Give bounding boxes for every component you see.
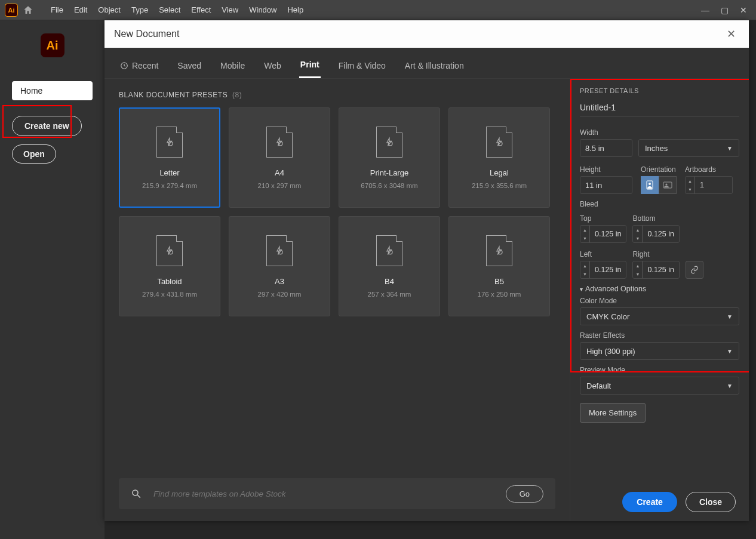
dialog-close-button[interactable]: ✕ — [723, 26, 739, 42]
document-icon — [376, 235, 402, 266]
bleed-left-input[interactable]: ▲▼0.125 in — [580, 261, 626, 279]
height-label: Height — [580, 165, 632, 174]
artboards-stepper[interactable]: ▲▼ 1 — [685, 176, 733, 194]
tab-art-illustration[interactable]: Art & Illustration — [404, 56, 465, 78]
new-document-dialog: New Document ✕ RecentSavedMobileWebPrint… — [105, 20, 749, 521]
artboards-label: Artboards — [685, 165, 733, 174]
preset-dimensions: 210 x 297 mm — [258, 182, 302, 189]
preset-a3[interactable]: A3297 x 420 mm — [229, 216, 330, 316]
tab-mobile[interactable]: Mobile — [219, 56, 246, 78]
svg-point-12 — [649, 183, 651, 185]
tab-print[interactable]: Print — [299, 56, 321, 78]
bleed-right-input[interactable]: ▲▼0.125 in — [632, 261, 679, 279]
preset-dimensions: 279.4 x 431.8 mm — [142, 291, 197, 298]
svg-line-10 — [137, 495, 140, 498]
minimize-button[interactable]: — — [697, 4, 713, 16]
preset-name: B5 — [494, 277, 504, 286]
menu-type[interactable]: Type — [126, 3, 153, 17]
preset-dimensions: 257 x 364 mm — [368, 291, 411, 298]
preset-b4[interactable]: B4257 x 364 mm — [339, 216, 440, 316]
raster-effects-select[interactable]: High (300 ppi)▼ — [580, 342, 739, 360]
width-label: Width — [580, 128, 739, 137]
close-window-button[interactable]: ✕ — [736, 4, 751, 16]
preset-name: A4 — [275, 168, 284, 177]
step-up-icon[interactable]: ▲ — [686, 177, 694, 185]
menu-edit[interactable]: Edit — [69, 3, 93, 17]
search-icon — [131, 488, 142, 499]
tab-recent[interactable]: Recent — [119, 56, 159, 78]
home-sidebar: Ai Home Create new Open — [0, 20, 105, 539]
presets-area: BLANK DOCUMENT PRESETS (8) Letter215.9 x… — [105, 79, 570, 521]
close-button[interactable]: Close — [686, 492, 736, 512]
preset-tabloid[interactable]: Tabloid279.4 x 431.8 mm — [119, 216, 220, 316]
category-tabs: RecentSavedMobileWebPrintFilm & VideoArt… — [105, 48, 749, 79]
stock-search-bar: Go — [119, 478, 555, 509]
bleed-link-button[interactable] — [686, 261, 703, 279]
svg-point-9 — [133, 490, 138, 495]
open-button[interactable]: Open — [12, 144, 56, 164]
document-name-input[interactable] — [580, 100, 739, 116]
menu-file[interactable]: File — [45, 3, 69, 17]
chevron-down-icon: ▼ — [727, 145, 733, 152]
preset-details-heading: PRESET DETAILS — [580, 87, 739, 94]
preset-dimensions: 6705.6 x 3048 mm — [361, 182, 417, 189]
preset-name: Tabloid — [157, 277, 182, 286]
step-down-icon[interactable]: ▼ — [686, 185, 694, 193]
bleed-top-input[interactable]: ▲▼0.125 in — [580, 225, 626, 243]
preset-b5[interactable]: B5176 x 250 mm — [448, 216, 550, 316]
preset-a4[interactable]: A4210 x 297 mm — [229, 107, 330, 208]
units-select[interactable]: Inches▼ — [638, 139, 739, 157]
orientation-toggle — [641, 176, 677, 194]
preset-details-panel: PRESET DETAILS Width 8.5 in Inches▼ Heig… — [570, 79, 749, 521]
bleed-bottom-input[interactable]: ▲▼0.125 in — [632, 225, 679, 243]
chevron-down-icon: ▾ — [580, 286, 583, 292]
menu-help[interactable]: Help — [282, 3, 309, 17]
chevron-down-icon: ▼ — [727, 383, 733, 389]
bleed-left-label: Left — [580, 250, 626, 258]
orientation-landscape-button[interactable] — [659, 176, 677, 194]
preset-name: Letter — [159, 168, 179, 177]
orientation-label: Orientation — [641, 165, 677, 174]
menu-window[interactable]: Window — [244, 3, 282, 17]
maximize-button[interactable]: ▢ — [717, 4, 732, 16]
document-icon — [376, 127, 402, 158]
advanced-options-toggle[interactable]: ▾ Advanced Options — [580, 285, 739, 293]
preview-mode-select[interactable]: Default▼ — [580, 377, 739, 395]
menu-effect[interactable]: Effect — [186, 3, 216, 17]
app-logo-icon: Ai — [5, 4, 18, 17]
preset-name: B4 — [385, 277, 394, 286]
menu-view[interactable]: View — [216, 3, 244, 17]
app-logo-large-icon: Ai — [41, 33, 64, 57]
stock-search-input[interactable] — [152, 489, 495, 499]
preset-letter[interactable]: Letter215.9 x 279.4 mm — [119, 107, 220, 208]
preset-print-large[interactable]: Print-Large6705.6 x 3048 mm — [339, 107, 440, 208]
tab-saved[interactable]: Saved — [176, 56, 202, 78]
preset-dimensions: 215.9 x 355.6 mm — [472, 182, 527, 189]
preset-name: A3 — [275, 277, 284, 286]
document-icon — [266, 127, 293, 158]
chevron-down-icon: ▼ — [727, 313, 733, 320]
orientation-portrait-button[interactable] — [641, 176, 659, 194]
create-new-button[interactable]: Create new — [12, 116, 82, 136]
menu-object[interactable]: Object — [93, 3, 126, 17]
preset-name: Legal — [490, 168, 509, 177]
width-input[interactable]: 8.5 in — [580, 139, 632, 157]
tab-film-video[interactable]: Film & Video — [337, 56, 387, 78]
presets-heading: BLANK DOCUMENT PRESETS (8) — [119, 91, 555, 99]
bleed-bottom-label: Bottom — [632, 214, 679, 223]
chevron-down-icon: ▼ — [727, 348, 733, 355]
preview-mode-label: Preview Mode — [580, 366, 739, 374]
preset-legal[interactable]: Legal215.9 x 355.6 mm — [448, 107, 550, 208]
dialog-titlebar: New Document ✕ — [105, 20, 749, 48]
create-button[interactable]: Create — [622, 492, 677, 512]
raster-effects-label: Raster Effects — [580, 331, 739, 340]
menu-select[interactable]: Select — [153, 3, 186, 17]
tab-web[interactable]: Web — [263, 56, 282, 78]
stock-go-button[interactable]: Go — [506, 485, 543, 503]
dialog-title: New Document — [114, 29, 179, 39]
more-settings-button[interactable]: More Settings — [580, 403, 646, 423]
color-mode-select[interactable]: CMYK Color▼ — [580, 307, 739, 325]
home-icon[interactable] — [23, 5, 33, 16]
height-input[interactable]: 11 in — [580, 176, 632, 194]
home-link[interactable]: Home — [12, 81, 93, 100]
